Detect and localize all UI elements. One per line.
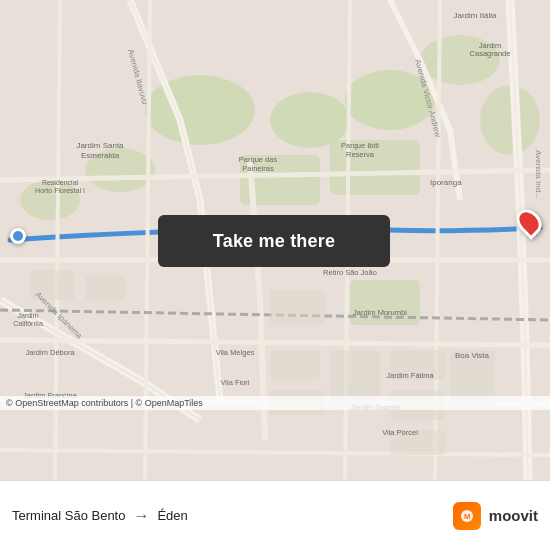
svg-text:Residencial: Residencial — [42, 179, 79, 186]
svg-point-2 — [270, 92, 350, 148]
take-me-there-button[interactable]: Take me there — [158, 215, 390, 267]
svg-text:Boa Vista: Boa Vista — [455, 351, 490, 360]
svg-text:Jardim Santa: Jardim Santa — [76, 141, 124, 150]
svg-point-6 — [20, 180, 80, 220]
svg-text:Reserva: Reserva — [346, 150, 375, 159]
svg-text:Paineiras: Paineiras — [242, 164, 274, 173]
svg-text:Horto Florestal I: Horto Florestal I — [35, 187, 85, 194]
svg-text:Jardim Morumbi: Jardim Morumbi — [353, 308, 407, 317]
route-arrow-icon: → — [133, 507, 149, 525]
svg-text:Parque Ibiti: Parque Ibiti — [341, 141, 379, 150]
map-view: Jardim Santa Esmeralda Parque das Painei… — [0, 0, 550, 480]
svg-text:Jardim: Jardim — [17, 312, 38, 319]
svg-text:Iporanga: Iporanga — [430, 178, 462, 187]
svg-text:Avenida Ind...: Avenida Ind... — [534, 150, 543, 199]
svg-text:Retiro São João: Retiro São João — [323, 268, 377, 277]
svg-rect-12 — [85, 275, 125, 300]
moovit-logo: M moovit — [453, 502, 538, 530]
svg-text:Vila Fiori: Vila Fiori — [220, 378, 249, 387]
svg-rect-13 — [270, 290, 325, 325]
svg-point-1 — [145, 75, 255, 145]
svg-text:Jardim Débora: Jardim Débora — [25, 348, 75, 357]
route-info: Terminal São Bento → Éden — [12, 507, 453, 525]
destination-marker — [518, 208, 540, 236]
svg-text:Esmeralda: Esmeralda — [81, 151, 120, 160]
copyright-text: © OpenStreetMap contributors | © OpenMap… — [0, 396, 550, 410]
svg-rect-14 — [270, 350, 320, 380]
origin-label: Terminal São Bento — [12, 508, 125, 523]
svg-text:Califórnia: Califórnia — [13, 320, 43, 327]
moovit-brand-text: moovit — [489, 507, 538, 524]
svg-text:Casagrande: Casagrande — [470, 49, 511, 58]
moovit-icon: M — [453, 502, 481, 530]
origin-marker — [10, 228, 26, 244]
bottom-navigation-bar: Terminal São Bento → Éden M moovit — [0, 480, 550, 550]
svg-point-10 — [480, 85, 540, 155]
svg-text:M: M — [464, 512, 470, 521]
svg-text:Vila Porcel: Vila Porcel — [382, 428, 418, 437]
svg-text:Jardim Itália: Jardim Itália — [453, 11, 497, 20]
svg-text:Jardim Fátima: Jardim Fátima — [386, 371, 434, 380]
destination-label: Éden — [157, 508, 187, 523]
svg-text:Vila Melges: Vila Melges — [216, 348, 255, 357]
svg-text:Parque das: Parque das — [239, 155, 278, 164]
